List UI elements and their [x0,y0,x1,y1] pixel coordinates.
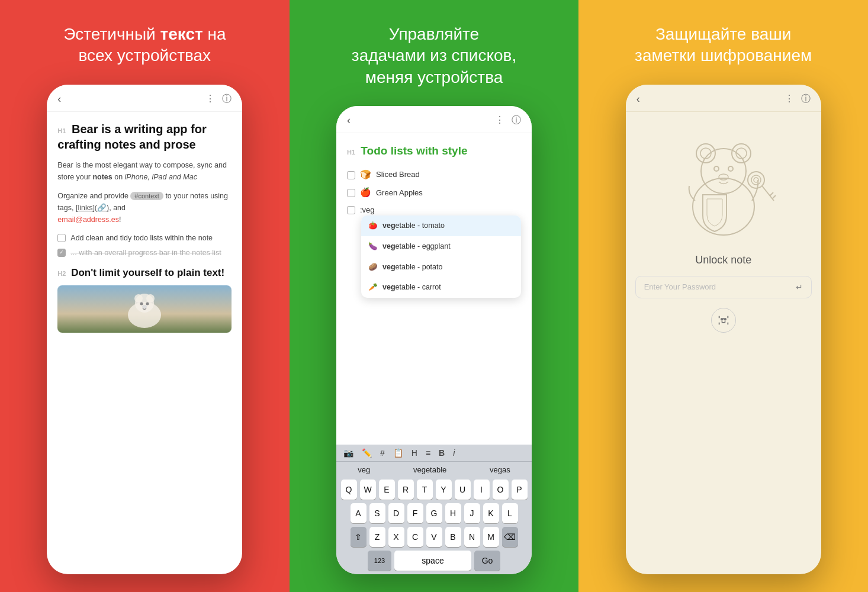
key-u[interactable]: U [455,480,471,500]
password-field[interactable]: Enter Your Password ↵ [635,276,812,298]
key-n[interactable]: N [464,527,480,547]
clipboard-toolbar-icon[interactable]: 📋 [393,448,403,458]
enter-icon: ↵ [796,282,803,292]
autocomplete-item-1[interactable]: 🍆 vegetable - eggplant [361,236,521,257]
phone1-topbar: ‹ ⋮ ⓘ [47,85,242,112]
key-c[interactable]: C [407,527,423,547]
more-icon-3[interactable]: ⋮ [785,93,794,105]
back-button-3[interactable]: ‹ [636,93,640,105]
key-v[interactable]: V [426,527,442,547]
key-o[interactable]: O [493,480,509,500]
svg-point-10 [732,144,751,163]
h-toolbar-icon[interactable]: H [412,448,417,458]
autocomplete-item-0[interactable]: 🍅 vegetable - tomato [361,215,521,236]
more-icon-2[interactable]: ⋮ [495,114,504,127]
todo-list-item-1: 🍞 Sliced Bread [347,168,521,182]
checkbox-1[interactable] [57,234,66,242]
key-t[interactable]: T [417,480,433,500]
topbar-icons-2: ⋮ ⓘ [495,114,521,127]
bear-svg [121,288,168,330]
key-a[interactable]: A [351,503,367,523]
svg-line-19 [770,192,773,196]
key-k[interactable]: K [483,503,499,523]
more-icon-1[interactable]: ⋮ [205,93,215,105]
svg-point-21 [754,178,758,182]
apple-emoji: 🍎 [360,186,371,200]
note-h2-title: H2 Don't limit yourself to plain text! [57,265,232,281]
camera-toolbar-icon[interactable]: 📷 [343,448,353,458]
svg-point-23 [724,318,726,320]
bold-toolbar-icon[interactable]: B [439,448,445,458]
key-p[interactable]: P [512,480,528,500]
key-f[interactable]: F [407,503,423,523]
svg-point-2 [134,294,143,303]
key-y[interactable]: Y [436,480,452,500]
svg-point-9 [696,144,715,163]
key-h[interactable]: H [445,503,461,523]
key-j[interactable]: J [464,503,480,523]
italic-toolbar-icon[interactable]: i [453,448,455,458]
info-icon-3[interactable]: ⓘ [801,93,811,105]
context-tag: #context [130,192,163,200]
key-i[interactable]: I [474,480,490,500]
pen-toolbar-icon[interactable]: ✏️ [362,448,372,458]
checkbox-2[interactable]: ✓ [57,249,66,257]
back-button-2[interactable]: ‹ [347,114,351,127]
svg-point-14 [728,166,733,171]
autocomplete-item-3[interactable]: 🥕 vegetable - carrot [361,277,521,298]
key-shift[interactable]: ⇧ [351,527,367,547]
key-space[interactable]: space [394,551,471,571]
autocomplete-item-2[interactable]: 🥔 vegetable - potato [361,257,521,278]
svg-point-13 [714,166,719,171]
key-go[interactable]: Go [474,551,500,571]
todo-checkbox-apple[interactable] [347,189,355,197]
autocomplete-word-2[interactable]: vegetable [413,465,446,474]
key-e[interactable]: E [379,480,395,500]
todo-item-1: Add clean and tidy todo lists within the… [57,233,232,244]
key-z[interactable]: Z [369,527,385,547]
phone-2: ‹ ⋮ ⓘ H1 Todo lists with style 🍞 Sliced … [336,106,532,574]
h1-label: H1 [57,127,66,134]
face-id-button[interactable] [711,308,736,333]
autocomplete-word-1[interactable]: veg [358,465,370,474]
todo-checkbox-bread[interactable] [347,171,355,179]
key-w[interactable]: W [360,480,376,500]
key-backspace[interactable]: ⌫ [502,527,518,547]
info-icon-2[interactable]: ⓘ [512,114,521,127]
autocomplete-word-3[interactable]: vegas [490,465,510,474]
bear-illustration [670,124,777,242]
keyboard-row-2: A S D F G H J K L [336,501,532,525]
bread-emoji: 🍞 [360,168,371,182]
panel3-title: Защищайте ваши заметки шифрованием [635,24,812,67]
phone2-topbar: ‹ ⋮ ⓘ [336,106,532,133]
todo-checkbox-veg[interactable] [347,206,355,214]
todo-list-item-2: 🍎 Green Apples [347,186,521,200]
keyboard-row-1: Q W E R T Y U I O P [336,478,532,501]
unlock-note-title: Unlock note [695,254,751,266]
body-text-1: Bear is the most elegant way to compose,… [57,159,232,183]
body-text-2: Organize and provide #context to your no… [57,190,232,226]
key-x[interactable]: X [388,527,404,547]
bear-photo [57,285,232,333]
list-toolbar-icon[interactable]: ≡ [426,448,430,458]
key-d[interactable]: D [388,503,404,523]
key-l[interactable]: L [502,503,518,523]
key-q[interactable]: Q [341,480,357,500]
phone2-content: H1 Todo lists with style 🍞 Sliced Bread … [336,133,532,445]
keyboard-row-4: 123 space Go [336,549,532,574]
back-button-1[interactable]: ‹ [57,93,61,105]
keyboard-row-3: ⇧ Z X C V B N M ⌫ [336,525,532,549]
phone3-topbar: ‹ ⋮ ⓘ [626,85,821,112]
svg-point-3 [146,294,155,303]
key-123[interactable]: 123 [368,551,391,571]
hash-toolbar-icon[interactable]: # [380,448,385,458]
veg-input-row: :veg [347,204,521,216]
key-m[interactable]: M [483,527,499,547]
info-icon-1[interactable]: ⓘ [222,93,232,105]
key-r[interactable]: R [398,480,414,500]
key-b[interactable]: B [445,527,461,547]
key-s[interactable]: S [369,503,385,523]
phone-3: ‹ ⋮ ⓘ [626,85,821,574]
svg-point-15 [719,174,728,180]
key-g[interactable]: G [426,503,442,523]
